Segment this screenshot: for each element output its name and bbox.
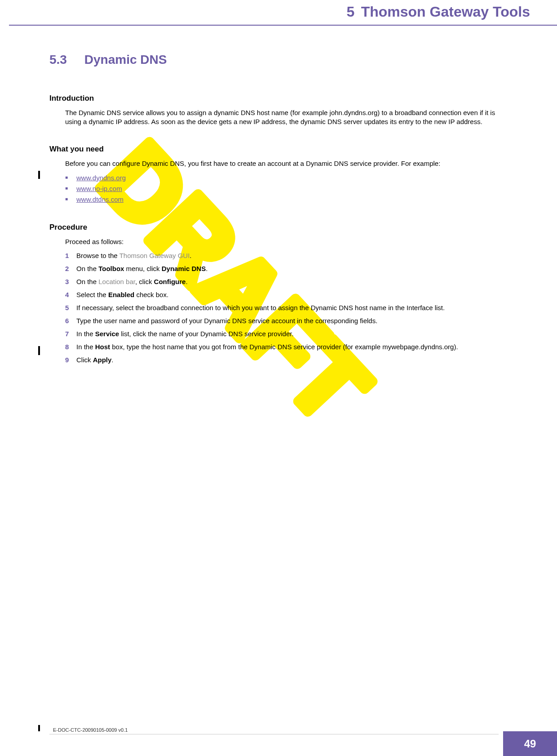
page-footer: E-DOC-CTC-20090105-0009 v0.1 49 (0, 725, 557, 756)
step-item: 8In the Host box, type the host name tha… (65, 342, 512, 351)
step-text: Click Apply. (76, 356, 114, 364)
list-item: www.dyndns.org (65, 173, 512, 183)
chapter-number: 5 (346, 4, 354, 20)
section-number: 5.3 (49, 53, 81, 67)
provider-link[interactable]: www.dtdns.com (76, 196, 124, 203)
step-text: If necessary, select the broadband conne… (76, 304, 445, 311)
page-header: 5 Thomson Gateway Tools (0, 0, 557, 20)
step-text: Select the Enabled check box. (76, 291, 168, 298)
page-content: 5.3 Dynamic DNS Introduction The Dynamic… (0, 26, 557, 365)
step-text: On the Toolbox menu, click Dynamic DNS. (76, 265, 208, 272)
subsection-procedure: Procedure Proceed as follows: 1Browse to… (49, 223, 512, 365)
footer-rule (49, 734, 499, 734)
provider-link[interactable]: www.dyndns.org (76, 174, 126, 182)
chapter-title: Thomson Gateway Tools (361, 4, 530, 20)
page-number: 49 (503, 731, 557, 756)
procedure-steps: 1Browse to the Thomson Gateway GUI. 2On … (65, 251, 512, 365)
subsection-heading: Procedure (49, 223, 512, 232)
gui-link[interactable]: Thomson Gateway GUI (119, 252, 190, 259)
step-item: 4Select the Enabled check box. (65, 290, 512, 299)
provider-link-list: www.dyndns.org www.no-ip.com www.dtdns.c… (65, 173, 512, 205)
step-item: 5If necessary, select the broadband conn… (65, 303, 512, 312)
step-item: 7In the Service list, click the name of … (65, 329, 512, 338)
footer-change-bar (38, 725, 40, 731)
subsection-heading: Introduction (49, 94, 512, 103)
subsection-heading: What you need (49, 145, 512, 154)
subsection-what-you-need: What you need Before you can configure D… (49, 145, 512, 205)
step-item: 9Click Apply. (65, 355, 512, 365)
change-bar (38, 171, 40, 179)
step-text: In the Service list, click the name of y… (76, 330, 294, 338)
list-item: www.no-ip.com (65, 183, 512, 194)
intro-text: The Dynamic DNS service allows you to as… (65, 108, 512, 127)
change-bar (38, 346, 40, 355)
footer-doc-id: E-DOC-CTC-20090105-0009 v0.1 (53, 727, 128, 733)
step-text: In the Host box, type the host name that… (76, 343, 458, 351)
provider-link[interactable]: www.no-ip.com (76, 185, 122, 192)
step-item: 2On the Toolbox menu, click Dynamic DNS. (65, 264, 512, 273)
procedure-lead: Proceed as follows: (49, 237, 512, 246)
step-text: Type the user name and password of your … (76, 317, 377, 325)
list-item: www.dtdns.com (65, 194, 512, 205)
step-item: 1Browse to the Thomson Gateway GUI. (65, 251, 512, 260)
section-heading: 5.3 Dynamic DNS (49, 53, 512, 67)
step-item: 6Type the user name and password of your… (65, 316, 512, 325)
location-bar-ref: Location bar (98, 278, 135, 285)
step-item: 3On the Location bar, click Configure. (65, 277, 512, 286)
need-text: Before you can configure Dynamic DNS, yo… (65, 159, 512, 168)
section-title: Dynamic DNS (84, 53, 167, 67)
subsection-introduction: Introduction The Dynamic DNS service all… (49, 94, 512, 127)
